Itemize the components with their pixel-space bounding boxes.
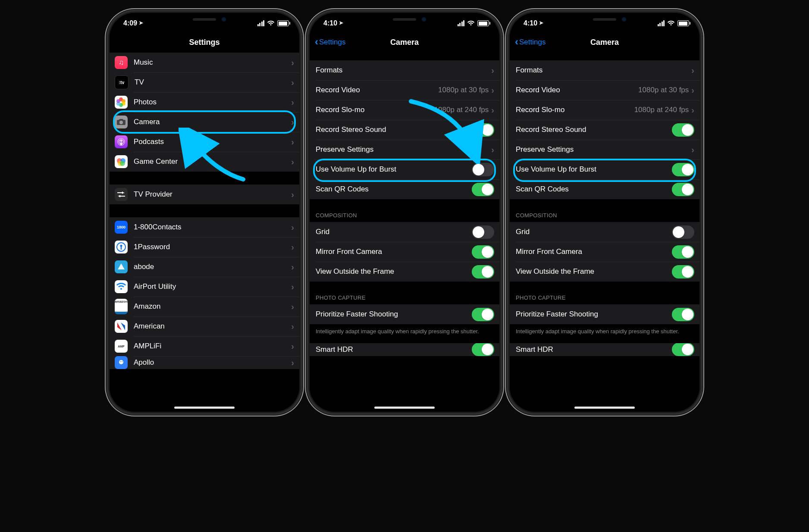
tutorial-three-up: 4:09 ➤ Settings ♫ Music › xyxy=(0,0,809,425)
toggle-outside[interactable] xyxy=(672,265,694,279)
row-stereo-sound[interactable]: Record Stereo Sound xyxy=(310,120,499,140)
settings-row-photos[interactable]: Photos › xyxy=(110,92,299,112)
settings-row-podcasts[interactable]: Podcasts › xyxy=(110,132,299,152)
row-grid[interactable]: Grid xyxy=(310,222,499,242)
settings-row-amazon[interactable]: amazon Amazon › xyxy=(110,297,299,316)
toggle-outside[interactable] xyxy=(472,265,494,279)
back-button[interactable]: ‹ Settings xyxy=(515,32,546,53)
settings-row-tv[interactable]: tv TV › xyxy=(110,72,299,92)
toggle-mirror[interactable] xyxy=(672,245,694,259)
toggle-burst[interactable] xyxy=(672,163,694,176)
row-stereo-sound[interactable]: Record Stereo Sound xyxy=(510,120,699,140)
row-label: 1Password xyxy=(134,243,291,251)
row-faster-shooting[interactable]: Prioritize Faster Shooting xyxy=(310,304,499,324)
row-preserve-settings[interactable]: Preserve Settings › xyxy=(510,140,699,160)
settings-row-1password[interactable]: 1Password › xyxy=(110,237,299,257)
row-formats[interactable]: Formats › xyxy=(510,60,699,80)
settings-row-american[interactable]: American › xyxy=(110,316,299,336)
row-grid[interactable]: Grid xyxy=(510,222,699,242)
row-view-outside-frame[interactable]: View Outside the Frame xyxy=(510,262,699,282)
chevron-right-icon: › xyxy=(691,66,694,75)
row-formats[interactable]: Formats › xyxy=(310,60,499,80)
row-volume-up-burst[interactable]: Use Volume Up for Burst xyxy=(510,160,699,179)
row-label: Apollo xyxy=(134,358,291,367)
row-record-video[interactable]: Record Video 1080p at 30 fps › xyxy=(310,80,499,100)
row-preserve-settings[interactable]: Preserve Settings › xyxy=(310,140,499,160)
home-indicator[interactable] xyxy=(374,407,435,409)
battery-icon xyxy=(477,20,489,26)
chevron-right-icon: › xyxy=(291,78,294,88)
app-icon-apollo xyxy=(115,356,128,369)
row-faster-shooting[interactable]: Prioritize Faster Shooting xyxy=(510,304,699,324)
cellular-icon xyxy=(658,20,665,26)
wifi-icon xyxy=(667,20,675,26)
row-mirror-front[interactable]: Mirror Front Camera xyxy=(310,242,499,262)
phone-frame-3: 4:10 ➤ ‹ Settings Camera Formats › xyxy=(510,13,699,412)
toggle-stereo[interactable] xyxy=(472,123,494,137)
row-record-slomo[interactable]: Record Slo-mo 1080p at 240 fps › xyxy=(510,100,699,120)
toggle-mirror[interactable] xyxy=(472,245,494,259)
settings-row-airport[interactable]: AirPort Utility › xyxy=(110,277,299,297)
app-icon-amazon: amazon xyxy=(115,299,128,314)
status-time: 4:09 xyxy=(123,19,137,27)
chevron-right-icon: › xyxy=(291,117,294,127)
settings-list[interactable]: ♫ Music › tv TV › xyxy=(110,53,299,412)
settings-row-apollo[interactable]: Apollo › xyxy=(110,356,299,369)
row-label: Music xyxy=(134,58,291,67)
home-indicator[interactable] xyxy=(174,407,235,409)
camera-settings-list[interactable]: Formats › Record Video 1080p at 30 fps ›… xyxy=(510,53,699,412)
row-view-outside-frame[interactable]: View Outside the Frame xyxy=(310,262,499,282)
settings-row-game-center[interactable]: Game Center › xyxy=(110,152,299,172)
row-mirror-front[interactable]: Mirror Front Camera xyxy=(510,242,699,262)
toggle-smart-hdr[interactable] xyxy=(472,343,494,356)
svg-point-2 xyxy=(120,140,122,142)
tv-provider-icon xyxy=(115,188,128,201)
chevron-right-icon: › xyxy=(491,66,494,75)
chevron-right-icon: › xyxy=(291,322,294,332)
row-smart-hdr[interactable]: Smart HDR xyxy=(510,343,699,356)
toggle-qr[interactable] xyxy=(672,183,694,196)
chevron-right-icon: › xyxy=(291,58,294,68)
wifi-icon xyxy=(467,20,475,26)
row-record-slomo[interactable]: Record Slo-mo 1080p at 240 fps › xyxy=(310,100,499,120)
row-value: 1080p at 30 fps xyxy=(638,86,689,94)
row-smart-hdr[interactable]: Smart HDR xyxy=(310,343,499,356)
game-center-icon xyxy=(115,155,128,168)
app-icon-airport xyxy=(115,280,128,293)
toggle-faster[interactable] xyxy=(672,308,694,321)
toggle-smart-hdr[interactable] xyxy=(672,343,694,356)
row-record-video[interactable]: Record Video 1080p at 30 fps › xyxy=(510,80,699,100)
location-icon: ➤ xyxy=(539,20,543,26)
settings-row-abode[interactable]: abode › xyxy=(110,257,299,277)
toggle-stereo[interactable] xyxy=(672,123,694,137)
battery-icon xyxy=(677,20,689,26)
toggle-grid[interactable] xyxy=(472,225,494,239)
toggle-grid[interactable] xyxy=(672,225,694,239)
app-icon-1password xyxy=(115,241,128,253)
page-title: Camera xyxy=(590,38,619,47)
row-volume-up-burst[interactable]: Use Volume Up for Burst xyxy=(310,160,499,179)
toggle-faster[interactable] xyxy=(472,308,494,321)
photos-icon xyxy=(115,96,128,109)
camera-settings-list[interactable]: Formats › Record Video 1080p at 30 fps ›… xyxy=(310,53,499,412)
chevron-left-icon: ‹ xyxy=(315,36,318,48)
chevron-right-icon: › xyxy=(291,341,294,351)
row-scan-qr[interactable]: Scan QR Codes xyxy=(510,179,699,199)
tv-icon: tv xyxy=(115,75,129,89)
toggle-qr[interactable] xyxy=(472,183,494,196)
home-indicator[interactable] xyxy=(574,407,635,409)
chevron-right-icon: › xyxy=(291,97,294,107)
settings-row-tv-provider[interactable]: TV Provider › xyxy=(110,185,299,204)
settings-row-camera[interactable]: Camera › xyxy=(110,112,299,132)
toggle-burst[interactable] xyxy=(472,163,494,176)
nav-header: ‹ Settings Camera xyxy=(310,32,499,53)
settings-row-amplifi[interactable]: AMP AMPLiFi › xyxy=(110,336,299,356)
row-label: 1-800Contacts xyxy=(134,223,291,232)
settings-row-music[interactable]: ♫ Music › xyxy=(110,53,299,72)
back-button[interactable]: ‹ Settings xyxy=(315,32,345,53)
row-label: American xyxy=(134,322,291,331)
row-label: TV Provider xyxy=(134,190,291,199)
camera-icon xyxy=(115,116,128,128)
row-scan-qr[interactable]: Scan QR Codes xyxy=(310,179,499,199)
settings-row-1800contacts[interactable]: 1800 1-800Contacts › xyxy=(110,217,299,237)
